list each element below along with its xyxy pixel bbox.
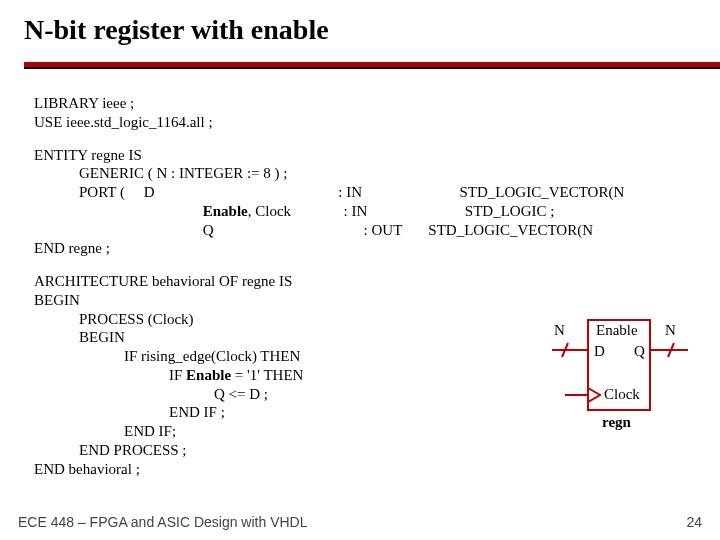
footer: ECE 448 – FPGA and ASIC Design with VHDL… <box>18 514 702 530</box>
code-line: Q <= D ; <box>34 385 624 404</box>
code-line: USE ieee.std_logic_1164.all ; <box>34 113 624 132</box>
code-frag: IF <box>34 367 186 383</box>
code-line: LIBRARY ieee ; <box>34 94 624 113</box>
title-area: N-bit register with enable <box>0 0 720 69</box>
diagram-clock: Clock <box>604 386 640 403</box>
diagram-n-right: N <box>665 322 676 339</box>
code-frag: Enable <box>203 203 248 219</box>
code-line: ENTITY regne IS <box>34 146 624 165</box>
code-line: IF Enable = '1' THEN <box>34 366 624 385</box>
code-line: BEGIN <box>34 291 624 310</box>
code-block: LIBRARY ieee ; USE ieee.std_logic_1164.a… <box>34 94 624 478</box>
code-frag <box>34 203 203 219</box>
code-line: Q : OUT STD_LOGIC_VECTOR(N <box>34 221 624 240</box>
code-line: END PROCESS ; <box>34 441 624 460</box>
diagram-d: D <box>594 343 605 360</box>
diagram-q: Q <box>634 343 645 360</box>
diagram-name: regn <box>602 414 631 431</box>
diagram-enable: Enable <box>596 322 638 339</box>
diagram-n-left: N <box>554 322 565 339</box>
footer-text: ECE 448 – FPGA and ASIC Design with VHDL <box>18 514 307 530</box>
slide-title: N-bit register with enable <box>24 14 720 46</box>
code-frag: = '1' THEN <box>231 367 303 383</box>
code-line: GENERIC ( N : INTEGER := 8 ) ; <box>34 164 624 183</box>
code-frag: Enable <box>186 367 231 383</box>
code-line: PROCESS (Clock) <box>34 310 624 329</box>
code-line: END IF; <box>34 422 624 441</box>
code-line: BEGIN <box>34 328 624 347</box>
title-underline <box>24 62 720 69</box>
register-diagram: N N Enable D Q Clock regn <box>540 310 710 470</box>
code-line: END regne ; <box>34 239 624 258</box>
code-line: END behavioral ; <box>34 460 624 479</box>
code-frag: , Clock : IN STD_LOGIC ; <box>248 203 555 219</box>
code-line: PORT ( D : IN STD_LOGIC_VECTOR(N <box>34 183 624 202</box>
page-number: 24 <box>686 514 702 530</box>
code-line: ARCHITECTURE behavioral OF regne IS <box>34 272 624 291</box>
code-line: Enable, Clock : IN STD_LOGIC ; <box>34 202 624 221</box>
code-line: IF rising_edge(Clock) THEN <box>34 347 624 366</box>
code-line: END IF ; <box>34 403 624 422</box>
